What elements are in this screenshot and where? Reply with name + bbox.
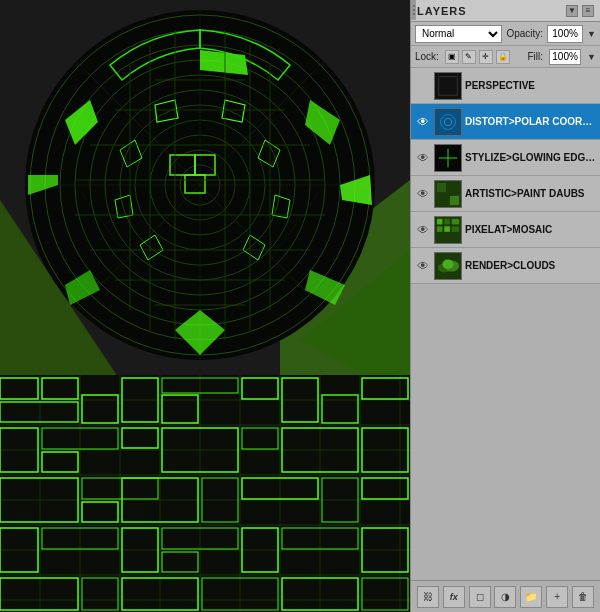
layer-thumb-artistic-paint [434,180,462,208]
svg-point-121 [442,259,453,268]
layer-name-artistic-paint: ARTISTIC>PAINT DAUBS [465,188,596,199]
fill-unit: ▼ [587,52,596,62]
panel-menu-button[interactable]: ≡ [582,5,594,17]
eye-visibility-stylize-glowing[interactable]: 👁 [415,150,431,166]
layer-thumb-render-clouds [434,252,462,280]
new-group-button[interactable]: 📁 [520,586,542,608]
lock-label: Lock: [415,51,439,62]
svg-rect-110 [450,195,459,204]
blend-mode-select[interactable]: Normal Multiply Screen [415,25,502,43]
layer-name-distort-polar: DISTORT>POLAR COORDI... [465,116,596,127]
panel-title: LAYERS [417,5,467,17]
new-layer-button[interactable]: + [546,586,568,608]
layer-item-render-clouds[interactable]: 👁RENDER>CLOUDS [411,248,600,284]
fill-label: Fill: [528,51,544,62]
panel-controls: ▼ ≡ [566,5,594,17]
svg-rect-113 [444,218,450,224]
layer-mask-button[interactable]: ◻ [469,586,491,608]
canvas-area [0,0,410,612]
resize-handle[interactable] [411,0,416,20]
layer-item-stylize-glowing[interactable]: 👁STYLIZE>GLOWING EDGES [411,140,600,176]
fill-input[interactable] [549,49,581,65]
lock-icons: ▣ ✎ ✛ 🔒 [445,50,510,64]
eye-visibility-artistic-paint[interactable]: 👁 [415,186,431,202]
lock-row: Lock: ▣ ✎ ✛ 🔒 Fill: ▼ [411,46,600,68]
layer-name-pixelat-mosaic: PIXELAT>MOSAIC [465,224,596,235]
panel-header: LAYERS ▼ ≡ [411,0,600,22]
adjustment-layer-button[interactable]: ◑ [494,586,516,608]
link-layers-button[interactable]: ⛓ [417,586,439,608]
opacity-unit: ▼ [587,29,596,39]
layer-thumb-pixelat-mosaic [434,216,462,244]
layer-item-pixelat-mosaic[interactable]: 👁PIXELAT>MOSAIC [411,212,600,248]
svg-rect-39 [0,375,410,612]
layers-panel: LAYERS ▼ ≡ Normal Multiply Screen Opacit… [410,0,600,612]
eye-visibility-render-clouds[interactable]: 👁 [415,258,431,274]
panel-footer: ⛓ fx ◻ ◑ 📁 + 🗑 [411,580,600,612]
layer-item-artistic-paint[interactable]: 👁ARTISTIC>PAINT DAUBS [411,176,600,212]
panel-minimize-button[interactable]: ▼ [566,5,578,17]
svg-rect-102 [435,109,461,135]
layer-thumb-distort-polar [434,108,462,136]
lock-image-button[interactable]: ✎ [462,50,476,64]
lock-position-button[interactable]: ✛ [479,50,493,64]
layer-name-perspective: PERSPECTIVE [465,80,596,91]
eye-visibility-distort-polar[interactable]: 👁 [415,114,431,130]
svg-rect-117 [452,226,459,232]
blend-row: Normal Multiply Screen Opacity: ▼ [411,22,600,46]
layer-item-distort-polar[interactable]: 👁DISTORT>POLAR COORDI... [411,104,600,140]
layer-item-perspective[interactable]: PERSPECTIVE [411,68,600,104]
layer-list: PERSPECTIVE👁DISTORT>POLAR COORDI...👁STYL… [411,68,600,580]
layer-name-render-clouds: RENDER>CLOUDS [465,260,596,271]
opacity-label: Opacity: [506,28,543,39]
svg-rect-115 [437,226,443,232]
svg-rect-116 [444,226,450,232]
eye-visibility-perspective[interactable] [415,78,431,94]
delete-layer-button[interactable]: 🗑 [572,586,594,608]
layer-style-button[interactable]: fx [443,586,465,608]
svg-rect-109 [437,182,446,191]
layer-thumb-stylize-glowing [434,144,462,172]
eye-visibility-pixelat-mosaic[interactable]: 👁 [415,222,431,238]
layer-name-stylize-glowing: STYLIZE>GLOWING EDGES [465,152,596,163]
layer-thumb-perspective [434,72,462,100]
opacity-input[interactable] [547,25,583,43]
svg-rect-114 [452,218,459,224]
lock-all-button[interactable]: 🔒 [496,50,510,64]
lock-transparent-button[interactable]: ▣ [445,50,459,64]
svg-rect-112 [437,218,443,224]
